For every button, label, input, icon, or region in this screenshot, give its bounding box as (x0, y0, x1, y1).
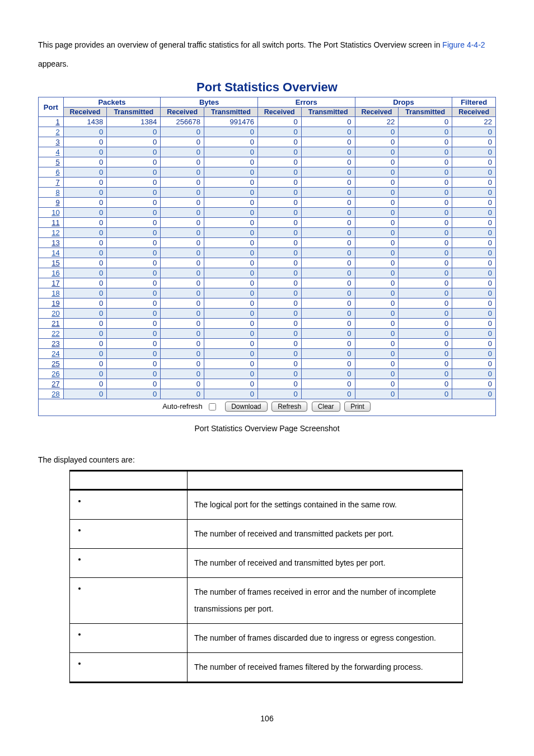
stat-cell: 0 (257, 127, 301, 137)
stat-cell: 0 (355, 228, 399, 238)
table-row: 15000000000 (39, 258, 496, 268)
stat-cell: 0 (107, 288, 161, 298)
port-link[interactable]: 23 (39, 339, 64, 349)
stat-cell: 0 (107, 198, 161, 208)
stat-cell: 0 (204, 238, 257, 248)
stat-cell: 0 (107, 238, 161, 248)
col-filtered: Filtered (452, 97, 496, 108)
table-row: 7000000000 (39, 178, 496, 188)
stat-cell: 0 (399, 248, 452, 258)
port-link[interactable]: 3 (39, 137, 64, 147)
stat-cell: 0 (452, 268, 496, 278)
port-link[interactable]: 19 (39, 298, 64, 309)
port-link[interactable]: 5 (39, 157, 64, 167)
stat-cell: 0 (452, 369, 496, 379)
figure-link[interactable]: Figure 4-4-2 (442, 40, 485, 49)
port-link[interactable]: 11 (39, 218, 64, 228)
table-row: 16000000000 (39, 268, 496, 278)
stat-cell: 0 (257, 178, 301, 188)
stat-cell: 0 (301, 349, 355, 359)
stat-cell: 0 (204, 339, 257, 349)
port-link[interactable]: 14 (39, 248, 64, 258)
stat-cell: 0 (301, 208, 355, 218)
print-button[interactable]: Print (344, 402, 371, 412)
port-link[interactable]: 20 (39, 309, 64, 319)
stat-cell: 0 (399, 349, 452, 359)
stat-cell: 0 (355, 258, 399, 268)
stat-cell: 0 (355, 208, 399, 218)
desc-row: The number of received and transmitted p… (70, 520, 463, 549)
port-link[interactable]: 9 (39, 198, 64, 208)
port-link[interactable]: 22 (39, 329, 64, 339)
stat-cell: 0 (63, 248, 107, 258)
overview-title: Port Statistics Overview (38, 80, 496, 95)
port-link[interactable]: 12 (39, 228, 64, 238)
port-link[interactable]: 7 (39, 178, 64, 188)
stat-cell: 0 (399, 198, 452, 208)
port-link[interactable]: 15 (39, 258, 64, 268)
port-link[interactable]: 8 (39, 188, 64, 198)
port-link[interactable]: 10 (39, 208, 64, 218)
stat-cell: 0 (399, 147, 452, 157)
port-link[interactable]: 13 (39, 238, 64, 248)
stat-cell: 0 (63, 178, 107, 188)
port-link[interactable]: 28 (39, 389, 64, 399)
port-link[interactable]: 4 (39, 147, 64, 157)
stat-cell: 0 (452, 288, 496, 298)
port-link[interactable]: 1 (39, 117, 64, 127)
stat-cell: 0 (301, 117, 355, 127)
stat-cell: 0 (355, 147, 399, 157)
stat-cell: 0 (452, 359, 496, 369)
stat-cell: 0 (355, 127, 399, 137)
stat-cell: 1384 (107, 117, 161, 127)
stat-cell: 0 (63, 188, 107, 198)
stat-cell: 0 (355, 389, 399, 399)
desc-text-cell: The number of received and transmitted p… (188, 520, 463, 549)
table-row: 25000000000 (39, 359, 496, 369)
stat-cell: 0 (63, 339, 107, 349)
stat-cell: 0 (63, 238, 107, 248)
stat-cell: 256678 (161, 117, 204, 127)
stat-cell: 0 (257, 319, 301, 329)
desc-row: The number of frames discarded due to in… (70, 624, 463, 653)
stat-cell: 0 (257, 258, 301, 268)
stat-cell: 0 (399, 309, 452, 319)
stat-cell: 0 (161, 309, 204, 319)
stat-cell: 0 (301, 238, 355, 248)
port-link[interactable]: 18 (39, 288, 64, 298)
stat-cell: 0 (301, 389, 355, 399)
stat-cell: 0 (355, 309, 399, 319)
port-link[interactable]: 6 (39, 167, 64, 178)
stat-cell: 0 (301, 188, 355, 198)
stat-cell: 0 (301, 228, 355, 238)
stat-cell: 0 (301, 288, 355, 298)
stat-cell: 0 (204, 218, 257, 228)
desc-label-cell (70, 653, 188, 683)
stat-cell: 0 (63, 309, 107, 319)
stat-cell: 0 (63, 198, 107, 208)
desc-row: The number of received and transmitted b… (70, 548, 463, 577)
port-link[interactable]: 25 (39, 359, 64, 369)
port-link[interactable]: 2 (39, 127, 64, 137)
port-link[interactable]: 17 (39, 278, 64, 288)
desc-label-cell (70, 624, 188, 653)
stat-cell: 0 (301, 379, 355, 389)
clear-button[interactable]: Clear (312, 402, 340, 412)
stat-cell: 0 (204, 188, 257, 198)
stat-cell: 0 (399, 288, 452, 298)
port-link[interactable]: 24 (39, 349, 64, 359)
refresh-button[interactable]: Refresh (271, 402, 307, 412)
stat-cell: 0 (204, 167, 257, 178)
stat-cell: 0 (204, 369, 257, 379)
port-link[interactable]: 16 (39, 268, 64, 278)
download-button[interactable]: Download (225, 402, 267, 412)
port-link[interactable]: 26 (39, 369, 64, 379)
stat-cell: 0 (257, 379, 301, 389)
stat-cell: 0 (452, 218, 496, 228)
stat-cell: 0 (107, 178, 161, 188)
stat-cell: 0 (107, 268, 161, 278)
auto-refresh-checkbox[interactable] (209, 403, 216, 410)
port-link[interactable]: 27 (39, 379, 64, 389)
port-link[interactable]: 21 (39, 319, 64, 329)
stat-cell: 0 (63, 258, 107, 268)
